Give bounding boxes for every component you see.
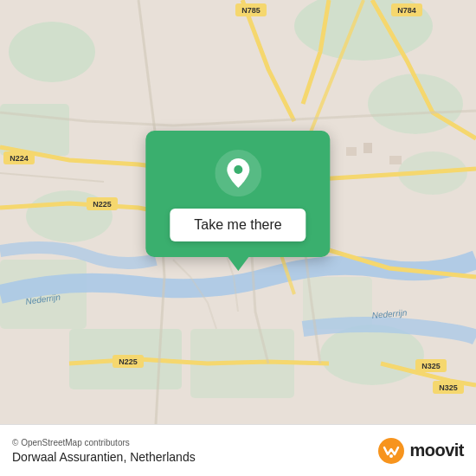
svg-text:N325: N325: [439, 383, 458, 392]
svg-point-41: [389, 454, 393, 458]
popup-pointer: [228, 257, 248, 271]
svg-rect-37: [389, 156, 402, 164]
svg-point-2: [9, 22, 95, 82]
svg-text:N225: N225: [119, 357, 138, 366]
footer-info: © OpenStreetMap contributors Dorwaal Ass…: [12, 438, 196, 464]
svg-point-39: [234, 165, 242, 174]
osm-attribution: © OpenStreetMap contributors: [12, 438, 196, 447]
location-popup: Take me there: [145, 131, 330, 271]
location-name: Dorwaal Assurantien, Netherlands: [12, 450, 196, 464]
map-view: N785 N784 N224 N225 N225 N225 N325 N325 …: [0, 0, 476, 424]
svg-rect-35: [346, 147, 357, 156]
svg-text:N785: N785: [241, 6, 261, 15]
svg-text:N224: N224: [10, 154, 29, 163]
moovit-logo: moovit: [377, 437, 464, 465]
svg-text:N325: N325: [421, 362, 441, 370]
svg-text:N225: N225: [93, 200, 112, 209]
svg-text:N784: N784: [397, 6, 416, 15]
footer: © OpenStreetMap contributors Dorwaal Ass…: [0, 424, 476, 476]
svg-rect-36: [363, 143, 372, 153]
location-pin-icon: [215, 150, 261, 196]
moovit-brand-text: moovit: [409, 441, 464, 460]
take-me-there-button[interactable]: Take me there: [170, 209, 306, 241]
popup-card: Take me there: [145, 131, 330, 257]
moovit-brand-icon: [377, 437, 405, 465]
